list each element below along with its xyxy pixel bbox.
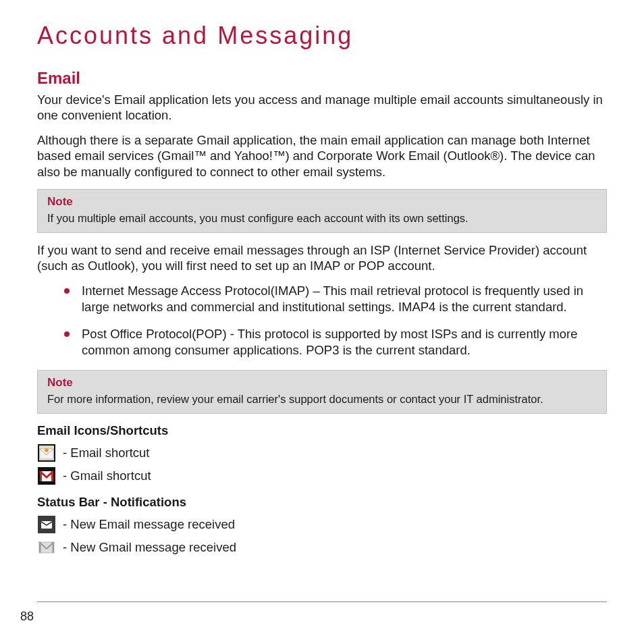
footer-rule	[37, 601, 607, 602]
intro-paragraph-2: Although there is a separate Gmail appli…	[37, 132, 607, 179]
icon-label: - New Gmail message received	[63, 540, 236, 555]
protocol-list: Internet Message Access Protocol(IMAP) –…	[37, 283, 607, 358]
note-label: Note	[47, 376, 597, 390]
icon-row-new-gmail: - New Gmail message received	[37, 538, 607, 557]
note-box-1: Note If you multiple email accounts, you…	[37, 189, 607, 233]
gmail-shortcut-icon	[37, 466, 56, 485]
icon-row-email-shortcut: - Email shortcut	[37, 444, 607, 462]
new-email-notification-icon	[37, 515, 56, 534]
subheading-status-bar: Status Bar - Notifications	[37, 495, 607, 510]
protocol-item-imap: Internet Message Access Protocol(IMAP) –…	[68, 283, 607, 315]
svg-rect-8	[51, 471, 53, 481]
icon-label: - Gmail shortcut	[63, 468, 151, 483]
icon-label: - Email shortcut	[63, 446, 150, 460]
icon-row-new-email: - New Email message received	[37, 515, 607, 534]
icon-row-gmail-shortcut: - Gmail shortcut	[37, 466, 607, 485]
note-text: If you multiple email accounts, you must…	[47, 211, 597, 225]
section-title-email: Email	[37, 69, 607, 88]
manual-page: Accounts and Messaging Email Your device…	[0, 0, 644, 644]
isp-paragraph: If you want to send and receive email me…	[37, 242, 607, 273]
note-box-2: Note For more information, review your e…	[37, 370, 607, 414]
email-shortcut-icon	[37, 444, 56, 462]
svg-rect-12	[39, 542, 41, 553]
chapter-title: Accounts and Messaging	[37, 22, 607, 50]
note-text: For more information, review your email …	[47, 392, 597, 406]
icon-label: - New Email message received	[63, 517, 235, 532]
svg-point-4	[45, 448, 49, 452]
svg-rect-13	[53, 542, 55, 553]
protocol-item-pop: Post Office Protocol(POP) - This protoco…	[68, 326, 607, 358]
note-label: Note	[47, 195, 597, 209]
page-number: 88	[20, 610, 34, 624]
intro-paragraph-1: Your device's Email application lets you…	[37, 92, 607, 123]
subheading-email-icons: Email Icons/Shortcuts	[37, 423, 607, 438]
new-gmail-notification-icon	[37, 538, 56, 557]
svg-rect-7	[40, 471, 42, 481]
